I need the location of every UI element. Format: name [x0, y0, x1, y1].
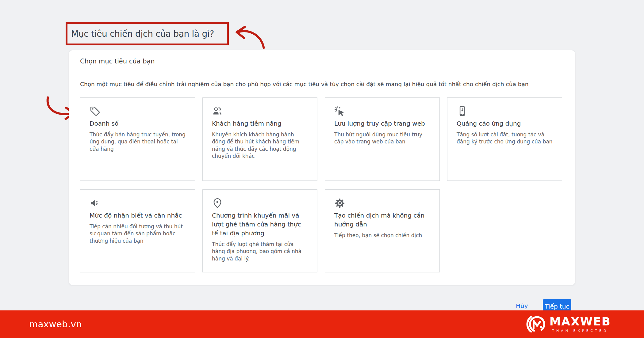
- objective-title: Chương trình khuyến mãi và lượt ghé thăm…: [212, 211, 308, 238]
- objective-card-website-traffic[interactable]: Lưu lượng truy cập trang web Thu hút ngư…: [325, 97, 440, 181]
- objective-card-sales[interactable]: Doanh số Thúc đẩy bán hàng trực tuyến, t…: [80, 97, 195, 181]
- objective-card-app-promotion[interactable]: Quảng cáo ứng dụng Tăng số lượt cài đặt,…: [447, 97, 562, 181]
- objective-description: Thúc đẩy lượt ghé thăm tại cửa hàng địa …: [212, 241, 308, 262]
- objective-description: Thu hút người dùng mục tiêu truy cập vào…: [334, 131, 430, 146]
- location-pin-icon: [212, 198, 308, 211]
- objective-title: Mức độ nhận biết và cân nhắc: [90, 211, 186, 220]
- objective-title: Tạo chiến dịch mà không cần hướng dẫn: [334, 211, 430, 229]
- objective-description: Khuyến khích khách hàng hành động để thu…: [212, 131, 308, 160]
- objective-card-awareness[interactable]: Mức độ nhận biết và cân nhắc Tiếp cận nh…: [80, 189, 195, 272]
- campaign-question-box: Mục tiêu chiến dịch của bạn là gì?: [66, 22, 229, 45]
- panel-title: Chọn mục tiêu của bạn: [80, 58, 155, 65]
- smartphone-download-icon: [457, 106, 553, 119]
- panel-divider: [69, 73, 575, 73]
- objective-description: Tăng số lượt cài đặt, tương tác và đăng …: [457, 131, 553, 146]
- cursor-click-icon: [334, 106, 430, 119]
- page-background: { "annotation": { "title": "Mục tiêu chi…: [0, 0, 644, 338]
- objective-description: Thúc đẩy bán hàng trực tuyến, trong ứng …: [90, 131, 186, 153]
- page-title: Mục tiêu chiến dịch của bạn là gì?: [71, 29, 214, 39]
- objective-card-local-store[interactable]: Chương trình khuyến mãi và lượt ghé thăm…: [202, 189, 317, 272]
- brand-block: MAXWEB THAN EXPECTED: [550, 316, 611, 333]
- objective-description: Tiếp cận nhiều đối tượng và thu hút sự q…: [90, 223, 186, 245]
- objective-title: Quảng cáo ứng dụng: [457, 119, 553, 128]
- brand-name: MAXWEB: [550, 316, 611, 327]
- brand-tagline: THAN EXPECTED: [550, 329, 611, 333]
- objective-title: Doanh số: [90, 119, 186, 128]
- speaker-icon: [90, 198, 186, 211]
- gear-icon: [334, 198, 430, 211]
- objective-title: Khách hàng tiềm năng: [212, 119, 308, 128]
- objective-card-no-guidance[interactable]: Tạo chiến dịch mà không cần hướng dẫn Ti…: [325, 189, 440, 272]
- maxweb-logo: MAXWEB THAN EXPECTED: [524, 314, 611, 335]
- panel-subtitle: Chọn một mục tiêu để điều chỉnh trải ngh…: [80, 81, 528, 87]
- cancel-button[interactable]: Hủy: [513, 301, 531, 311]
- tag-icon: [90, 106, 186, 119]
- people-icon: [212, 106, 308, 119]
- objective-card-leads[interactable]: Khách hàng tiềm năng Khuyến khích khách …: [202, 97, 317, 181]
- footer-bar: maxweb.vn MAXWEB THAN EXPECTED: [0, 310, 644, 338]
- objective-panel: Chọn mục tiêu của bạn Chọn một mục tiêu …: [69, 50, 575, 285]
- objective-grid-row-2: Mức độ nhận biết và cân nhắc Tiếp cận nh…: [80, 189, 440, 272]
- footer-site-label: maxweb.vn: [29, 319, 82, 329]
- objective-grid-row-1: Doanh số Thúc đẩy bán hàng trực tuyến, t…: [80, 97, 562, 181]
- objective-title: Lưu lượng truy cập trang web: [334, 119, 430, 128]
- maxweb-logo-mark-icon: [524, 314, 547, 335]
- objective-description: Tiếp theo, bạn sẽ chọn chiến dịch: [334, 232, 430, 239]
- red-arrow-to-title: [231, 18, 268, 52]
